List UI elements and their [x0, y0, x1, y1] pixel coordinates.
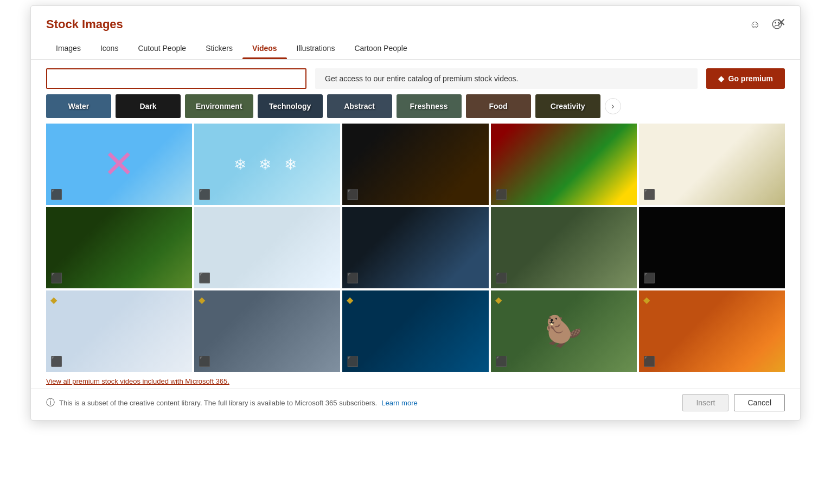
premium-icon-13: ◆ [347, 295, 353, 305]
category-abstract[interactable]: Abstract [327, 94, 392, 118]
video-thumbnail-6[interactable]: ⬛ [46, 207, 192, 288]
insert-button[interactable]: Insert [682, 394, 728, 411]
category-freshness-label: Freshness [410, 102, 448, 111]
view-premium-link[interactable]: View all premium stock videos included w… [46, 377, 229, 385]
video-thumbnail-2[interactable]: ⬛ [194, 124, 340, 205]
category-dark[interactable]: Dark [116, 94, 181, 118]
footer-link-row: View all premium stock videos included w… [31, 372, 800, 388]
category-food[interactable]: Food [466, 94, 531, 118]
footer-info: ⓘ This is a subset of the creative conte… [46, 397, 682, 409]
video-thumbnail-13[interactable]: ◆ ⬛ [342, 290, 488, 372]
premium-icon-11: ◆ [50, 295, 57, 305]
video-icon-4: ⬛ [495, 189, 507, 201]
category-water-label: Water [68, 102, 89, 111]
video-thumbnail-11[interactable]: ◆ ⬛ [46, 290, 192, 372]
video-icon-2: ⬛ [199, 189, 210, 201]
close-button[interactable]: ✕ [772, 14, 790, 31]
footer-info-text: This is a subset of the creative content… [59, 399, 377, 407]
category-environment[interactable]: Environment [185, 94, 253, 118]
video-icon-6: ⬛ [50, 272, 62, 284]
footer-row: ⓘ This is a subset of the creative conte… [31, 388, 800, 420]
premium-banner-text: Get access to our entire catalog of prem… [325, 74, 518, 83]
video-thumbnail-3[interactable]: ⬛ [342, 124, 488, 205]
learn-more-link[interactable]: Learn more [381, 399, 417, 407]
chevron-right-icon: › [611, 101, 614, 111]
category-technology[interactable]: Technology [258, 94, 323, 118]
tab-cutout-people[interactable]: Cutout People [128, 40, 196, 59]
video-thumbnail-12[interactable]: ◆ ⬛ [194, 290, 340, 372]
video-icon-15: ⬛ [643, 356, 655, 367]
category-technology-label: Technology [269, 102, 311, 111]
premium-banner: Get access to our entire catalog of prem… [315, 68, 698, 89]
video-thumbnail-15[interactable]: ◆ ⬛ [639, 290, 785, 372]
video-icon-5: ⬛ [643, 189, 655, 201]
category-environment-label: Environment [196, 102, 242, 111]
video-icon-1: ⬛ [50, 189, 62, 201]
category-scroll-right-button[interactable]: › [605, 98, 621, 114]
video-thumbnail-14[interactable]: ◆ ⬛ [491, 290, 637, 372]
video-thumbnail-1[interactable]: ⬛ [46, 124, 192, 205]
video-thumbnail-5[interactable]: ⬛ [639, 124, 785, 205]
search-row: Get access to our entire catalog of prem… [31, 60, 800, 94]
cancel-button[interactable]: Cancel [734, 394, 785, 411]
happy-feedback-button[interactable]: ☺ [747, 16, 763, 33]
tab-bar: Images Icons Cutout People Stickers Vide… [31, 33, 800, 60]
tab-cartoon-people[interactable]: Cartoon People [344, 40, 417, 59]
happy-icon: ☺ [750, 18, 760, 30]
video-thumbnail-9[interactable]: ⬛ [491, 207, 637, 288]
dialog-title: Stock Images [46, 17, 123, 31]
stock-images-dialog: ✕ Stock Images ☺ ☹ Images Icons Cutout P… [30, 5, 801, 421]
premium-icon-15: ◆ [643, 295, 650, 305]
category-water[interactable]: Water [46, 94, 111, 118]
category-creativity-label: Creativity [551, 102, 585, 111]
go-premium-button[interactable]: ◆ Go premium [706, 68, 785, 89]
footer-buttons: Insert Cancel [682, 394, 785, 411]
video-icon-8: ⬛ [347, 272, 359, 284]
category-abstract-label: Abstract [344, 102, 375, 111]
video-icon-12: ⬛ [199, 356, 210, 367]
video-icon-13: ⬛ [347, 356, 359, 367]
video-thumbnail-8[interactable]: ⬛ [342, 207, 488, 288]
premium-icon-14: ◆ [495, 295, 502, 305]
search-input[interactable] [46, 68, 306, 89]
video-thumbnail-7[interactable]: ⬛ [194, 207, 340, 288]
category-food-label: Food [489, 102, 507, 111]
tab-illustrations[interactable]: Illustrations [287, 40, 345, 59]
dialog-header: Stock Images ☺ ☹ [31, 6, 800, 33]
category-freshness[interactable]: Freshness [397, 94, 462, 118]
category-row: Water Dark Environment Technology Abstra… [31, 94, 800, 124]
video-thumbnail-10[interactable]: ⬛ [639, 207, 785, 288]
video-icon-11: ⬛ [50, 356, 62, 367]
video-icon-14: ⬛ [495, 356, 507, 367]
close-icon: ✕ [777, 16, 786, 28]
tab-videos[interactable]: Videos [242, 40, 287, 59]
video-icon-3: ⬛ [347, 189, 359, 201]
video-icon-7: ⬛ [199, 272, 210, 284]
go-premium-label: Go premium [728, 74, 773, 83]
category-creativity[interactable]: Creativity [535, 94, 600, 118]
category-dark-label: Dark [139, 102, 156, 111]
tab-icons[interactable]: Icons [91, 40, 128, 59]
premium-icon-12: ◆ [199, 295, 205, 305]
video-icon-10: ⬛ [643, 272, 655, 284]
diamond-icon: ◆ [718, 74, 724, 83]
tab-images[interactable]: Images [46, 40, 91, 59]
tab-stickers[interactable]: Stickers [196, 40, 242, 59]
images-grid: ⬛ ⬛ ⬛ ⬛ ⬛ ⬛ ⬛ ⬛ ⬛ ⬛ ◆ [31, 124, 800, 372]
video-thumbnail-4[interactable]: ⬛ [491, 124, 637, 205]
info-icon: ⓘ [46, 397, 55, 409]
video-icon-9: ⬛ [495, 272, 507, 284]
